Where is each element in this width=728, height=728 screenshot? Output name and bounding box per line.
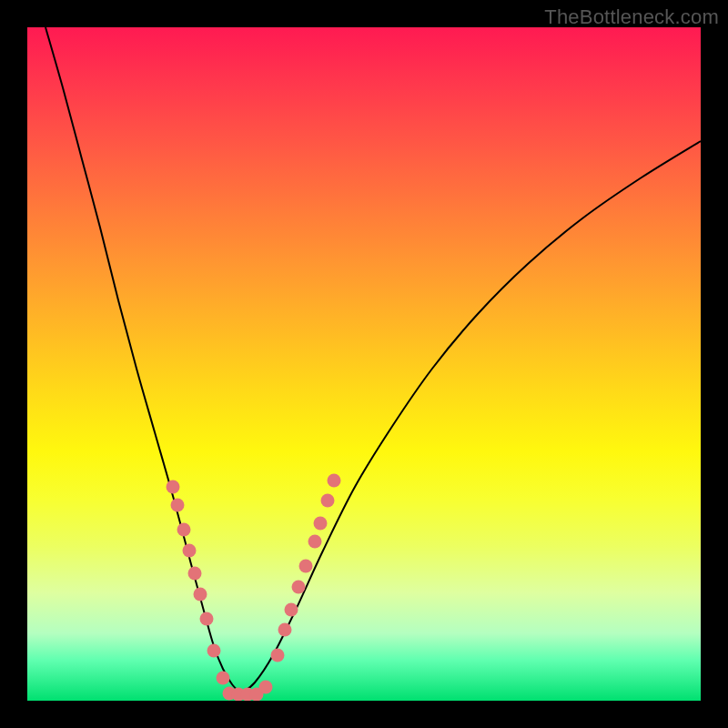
- marker-dot: [285, 603, 298, 617]
- marker-dot: [308, 535, 322, 549]
- marker-dot: [292, 581, 306, 594]
- marker-dot: [200, 612, 214, 626]
- marker-dot: [167, 480, 180, 494]
- marker-dot: [194, 588, 207, 602]
- marker-dot: [177, 523, 191, 537]
- right-curve: [241, 141, 701, 693]
- marker-dot: [188, 567, 202, 581]
- marker-dots: [167, 474, 341, 702]
- marker-dot: [183, 544, 197, 558]
- marker-dot: [171, 499, 185, 512]
- marker-dot: [271, 649, 285, 662]
- watermark-text: TheBottleneck.com: [544, 5, 719, 29]
- marker-dot: [207, 644, 221, 658]
- marker-dot: [321, 494, 335, 508]
- marker-dot: [259, 681, 273, 694]
- marker-dot: [217, 672, 230, 685]
- left-curve: [46, 27, 241, 693]
- marker-dot: [328, 474, 341, 488]
- marker-dot: [278, 623, 292, 637]
- plot-area: [27, 27, 701, 701]
- chart-svg: [27, 27, 701, 701]
- marker-dot: [299, 560, 313, 573]
- marker-dot: [314, 517, 328, 531]
- chart-frame: TheBottleneck.com: [0, 0, 728, 728]
